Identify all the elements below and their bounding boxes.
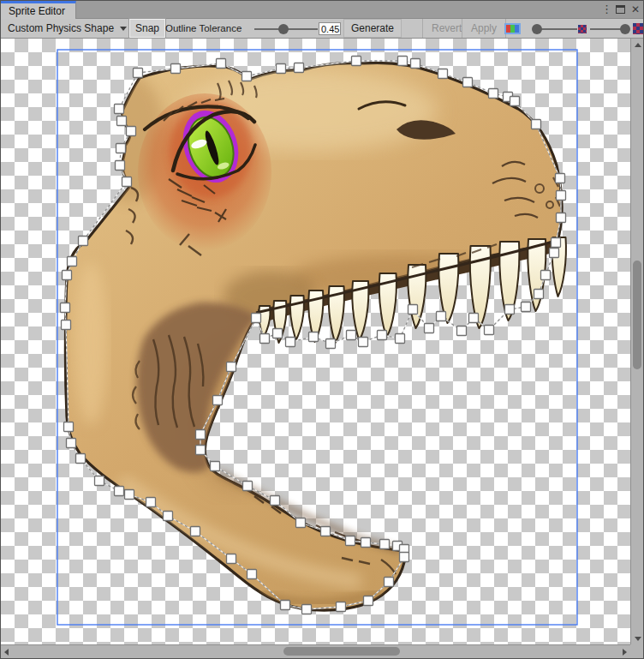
physics-handle[interactable]: [76, 454, 86, 464]
vertical-scrollbar-thumb[interactable]: [633, 261, 641, 369]
physics-handle[interactable]: [125, 490, 134, 500]
physics-handle[interactable]: [295, 63, 304, 73]
physics-handle[interactable]: [463, 78, 473, 87]
shape-mode-dropdown[interactable]: Custom Physics Shape: [4, 19, 130, 38]
physics-handle[interactable]: [227, 554, 236, 564]
physics-handle[interactable]: [62, 321, 71, 330]
physics-handle[interactable]: [337, 602, 346, 612]
physics-handle[interactable]: [505, 305, 515, 315]
sprite-canvas[interactable]: [1, 39, 632, 646]
physics-handle[interactable]: [489, 89, 498, 99]
physics-handle[interactable]: [273, 329, 283, 338]
physics-handle[interactable]: [271, 496, 280, 506]
physics-handle[interactable]: [134, 69, 143, 78]
physics-handle[interactable]: [146, 498, 156, 507]
physics-handle[interactable]: [541, 271, 551, 280]
snap-button[interactable]: Snap: [129, 19, 165, 38]
maximize-icon[interactable]: [616, 5, 625, 14]
physics-handle[interactable]: [550, 249, 559, 258]
rgb-alpha-toggle-button[interactable]: [504, 23, 521, 34]
physics-handle[interactable]: [437, 312, 446, 321]
physics-handle[interactable]: [116, 144, 126, 153]
physics-handle[interactable]: [556, 174, 565, 183]
physics-handle[interactable]: [211, 462, 220, 471]
physics-handle[interactable]: [359, 338, 368, 347]
physics-handle[interactable]: [309, 332, 319, 342]
physics-handle[interactable]: [247, 570, 257, 579]
physics-handle[interactable]: [64, 422, 74, 432]
physics-handle[interactable]: [346, 536, 355, 546]
horizontal-scrollbar-thumb[interactable]: [283, 647, 400, 656]
physics-handle[interactable]: [196, 430, 206, 440]
physics-handle[interactable]: [385, 578, 394, 587]
physics-handle[interactable]: [95, 476, 104, 486]
physics-handle[interactable]: [396, 334, 405, 344]
physics-handle[interactable]: [321, 527, 331, 536]
physics-handle[interactable]: [352, 57, 361, 66]
apply-button[interactable]: Apply: [462, 19, 506, 38]
tolerance-slider-handle[interactable]: [278, 24, 289, 34]
vertical-scrollbar[interactable]: [630, 39, 643, 646]
physics-handle[interactable]: [79, 237, 88, 246]
physics-handle[interactable]: [116, 161, 125, 171]
physics-handle[interactable]: [164, 512, 173, 521]
physics-handle[interactable]: [277, 64, 286, 74]
physics-handle[interactable]: [243, 482, 253, 491]
physics-handle[interactable]: [326, 339, 336, 349]
physics-handle[interactable]: [68, 257, 77, 267]
scroll-down-icon[interactable]: [635, 637, 641, 641]
physics-handle[interactable]: [510, 97, 520, 106]
physics-handle[interactable]: [286, 338, 295, 347]
scroll-right-icon[interactable]: [623, 649, 627, 656]
scroll-left-icon[interactable]: [4, 649, 9, 656]
physics-handle[interactable]: [532, 120, 541, 129]
physics-handle[interactable]: [534, 290, 544, 299]
mip-slider-track[interactable]: [590, 28, 625, 30]
physics-handle[interactable]: [302, 605, 312, 614]
generate-button[interactable]: Generate: [343, 19, 402, 38]
horizontal-scrollbar[interactable]: [1, 644, 632, 658]
physics-handle[interactable]: [117, 117, 127, 126]
physics-handle[interactable]: [557, 191, 566, 201]
physics-handle[interactable]: [378, 331, 387, 340]
physics-handle[interactable]: [485, 326, 494, 335]
tab-sprite-editor[interactable]: Sprite Editor: [1, 1, 76, 19]
physics-handle[interactable]: [557, 213, 566, 223]
tolerance-value-field[interactable]: [319, 22, 341, 35]
physics-handle[interactable]: [380, 540, 390, 549]
physics-handle[interactable]: [171, 64, 181, 74]
physics-handle[interactable]: [408, 305, 418, 315]
physics-handle[interactable]: [61, 303, 70, 313]
physics-handle[interactable]: [67, 439, 76, 448]
physics-handle[interactable]: [281, 601, 290, 610]
physics-handle[interactable]: [552, 238, 561, 248]
physics-handle[interactable]: [127, 127, 136, 136]
physics-handle[interactable]: [296, 518, 306, 528]
scroll-up-icon[interactable]: [635, 43, 641, 47]
physics-handle[interactable]: [196, 446, 206, 455]
physics-handle[interactable]: [115, 105, 124, 114]
physics-handle[interactable]: [469, 314, 479, 323]
physics-handle[interactable]: [411, 59, 420, 69]
physics-handle[interactable]: [398, 57, 408, 66]
physics-handle[interactable]: [522, 303, 531, 312]
physics-handle[interactable]: [400, 553, 409, 562]
physics-handle[interactable]: [191, 527, 200, 536]
physics-handle[interactable]: [227, 362, 236, 372]
zoom-slider-handle[interactable]: [532, 24, 542, 34]
physics-handle[interactable]: [213, 396, 223, 405]
physics-handle[interactable]: [347, 331, 356, 340]
tolerance-slider-track[interactable]: [254, 28, 318, 30]
physics-handle[interactable]: [242, 72, 252, 81]
physics-handle[interactable]: [425, 324, 434, 333]
physics-handle[interactable]: [457, 327, 467, 336]
physics-handle[interactable]: [63, 271, 72, 280]
zoom-slider-track[interactable]: [537, 28, 577, 30]
physics-handle[interactable]: [438, 69, 448, 79]
window-menu-icon[interactable]: ⋮: [601, 3, 610, 15]
physics-handle[interactable]: [252, 314, 261, 323]
physics-handle[interactable]: [361, 538, 371, 548]
close-icon[interactable]: ✕: [631, 4, 640, 15]
mip-slider-handle[interactable]: [620, 24, 630, 34]
physics-handle[interactable]: [115, 487, 124, 496]
